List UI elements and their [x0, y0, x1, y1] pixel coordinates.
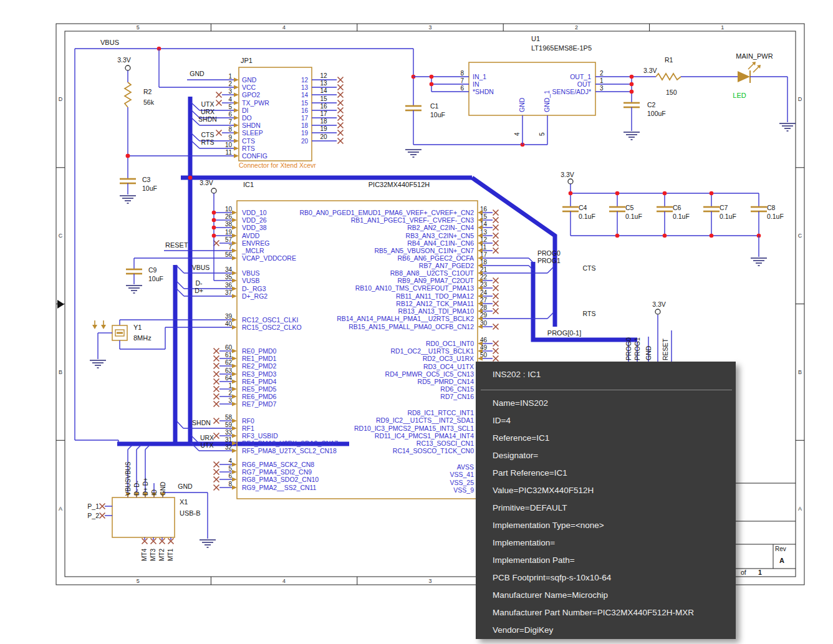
- pin-number: 7: [460, 77, 464, 84]
- pin-number: 8: [460, 70, 464, 77]
- net-label-vbus: VBUS: [100, 39, 119, 46]
- net-label: RTS: [201, 138, 214, 146]
- pin-name: GND: [518, 97, 526, 112]
- pin-name: RE1_PMD1: [242, 355, 277, 362]
- pin-name: SENSE/ADJ*: [552, 88, 591, 95]
- pin-arrow-icon: [234, 116, 239, 120]
- resistor-symbol: [656, 74, 681, 80]
- pin-number: 19: [225, 229, 233, 236]
- ref-des: C8: [767, 204, 776, 211]
- pin-name: RE3_PMD3: [242, 370, 277, 378]
- part-value: LT1965EMS8E-1P5: [531, 44, 592, 52]
- part-value: 100uF: [647, 110, 666, 117]
- pin-arrow-icon: [234, 131, 239, 135]
- pin-arrow-icon: [232, 470, 237, 474]
- net-label: SHDN: [198, 115, 217, 123]
- pin-number: 1: [228, 73, 232, 80]
- pin-arrow-icon: [232, 372, 237, 377]
- rev-value: A: [779, 557, 784, 564]
- junction-dot: [430, 82, 434, 87]
- pin-name: RE2_PMD2: [242, 362, 277, 370]
- pin-name: RB12_AN12_TCK_PMA11: [396, 300, 474, 307]
- tooltip-property-row: PCB Footprint=sqfp-s-10x10-64: [476, 569, 736, 587]
- pin-number: 2: [228, 390, 232, 396]
- part-value: 56k: [143, 99, 155, 106]
- junction-dot: [710, 234, 714, 238]
- pin-number: 17: [301, 115, 309, 122]
- part-value: USB-B: [180, 509, 201, 517]
- pin-name: VUSB: [242, 277, 260, 284]
- part-value: 0.1uF: [673, 213, 690, 220]
- grid-letter: A: [59, 506, 62, 512]
- pin-number: 5: [228, 465, 232, 472]
- pin-number: 2: [600, 70, 604, 77]
- pin-name: RB4_AN4_C1IN-_CN6: [407, 239, 474, 247]
- pin-arrow-icon: [234, 85, 239, 90]
- tooltip-property-row: Manufacturer Name=Microchip: [476, 587, 736, 604]
- pin-number: 7: [228, 118, 232, 125]
- part-value: 10uF: [148, 275, 163, 282]
- pin-number: 19: [301, 130, 309, 137]
- grid-letter: C: [59, 233, 63, 239]
- power-label: 3.3V: [652, 300, 666, 308]
- pin-arrow-icon: [232, 434, 237, 438]
- pin-name: RB2_AN2_C2IN-_CN4: [407, 224, 474, 231]
- ref-des: X1: [180, 498, 188, 506]
- pin-name: RD3_OC4_U1TX: [423, 363, 474, 370]
- pin-number: 6: [228, 473, 232, 479]
- part-value: 0.1uF: [720, 213, 736, 220]
- tooltip-property-row: Part Reference=IC1: [476, 464, 736, 482]
- usb-symbol[interactable]: [112, 497, 175, 537]
- pin-number: 4: [228, 458, 232, 464]
- nc-arrow-icon: [101, 325, 106, 329]
- cursor-arrow-icon: [57, 300, 64, 309]
- pin-arrow-icon: [234, 123, 239, 128]
- pin-number: 3: [228, 397, 232, 404]
- pin-name: D+_RG2: [242, 292, 267, 300]
- pin-number: 35: [225, 274, 233, 281]
- pin-arrow-icon: [234, 154, 239, 158]
- pin-name: RD5_PMRD_CN14: [418, 378, 474, 385]
- grid-number: 3: [428, 24, 431, 31]
- pin-number: 8: [228, 481, 232, 488]
- pin-number: 9: [228, 134, 232, 141]
- pin-arrow-icon: [232, 478, 237, 482]
- pin-name: GND: [160, 482, 166, 496]
- pin-name: RB8_AN8__U2CTS_C1OUT: [390, 269, 474, 277]
- pin-name: RE7_PMD7: [242, 400, 277, 408]
- pin-number: 61: [225, 352, 233, 358]
- grid-letter: A: [798, 506, 802, 512]
- pin-arrow-icon: [232, 287, 237, 291]
- power-label: 3.3V: [200, 179, 213, 186]
- pin-name: RB9_AN9_PMA7_C2OUT: [397, 277, 474, 284]
- pin-name: RD11_IC4_PMCS1_PMA14_INT4: [375, 432, 474, 440]
- pin-name: VDD_10: [242, 209, 267, 216]
- pin-name: RD7_CN16: [440, 393, 474, 400]
- pin-arrow-icon: [232, 387, 237, 392]
- pin-arrow-icon: [232, 357, 237, 361]
- pin-arrow-icon: [232, 486, 237, 490]
- pin-number: 4: [514, 132, 521, 136]
- junction-dot: [126, 154, 130, 158]
- pin-name: AVDD: [242, 232, 260, 239]
- pin-name: P_1: [87, 502, 99, 510]
- pin-name: VDD_38: [242, 224, 267, 231]
- pin-name: RD9_IC2__U1CTS__INT2_SDA1: [376, 416, 474, 424]
- ref-des: C1: [430, 102, 439, 110]
- pin-name: VDD_26: [242, 216, 267, 224]
- grid-number: 5: [137, 24, 140, 31]
- pin-number: 62: [225, 359, 233, 366]
- junction-dot: [615, 234, 620, 238]
- pin-number: 12: [301, 77, 309, 84]
- ref-des: JP1: [241, 57, 253, 64]
- pin-number: 7: [228, 244, 232, 251]
- pin-number: 17: [320, 110, 327, 117]
- pin-number: 14: [320, 87, 327, 94]
- net-label: RESET: [662, 338, 669, 360]
- junction-dot: [630, 82, 634, 87]
- junction-dot: [212, 211, 216, 215]
- net-label: D+: [195, 287, 203, 294]
- part-value: 10uF: [430, 111, 445, 118]
- tooltip-property-row: Implementation Path=: [476, 552, 736, 569]
- pin-number: 26: [225, 213, 233, 220]
